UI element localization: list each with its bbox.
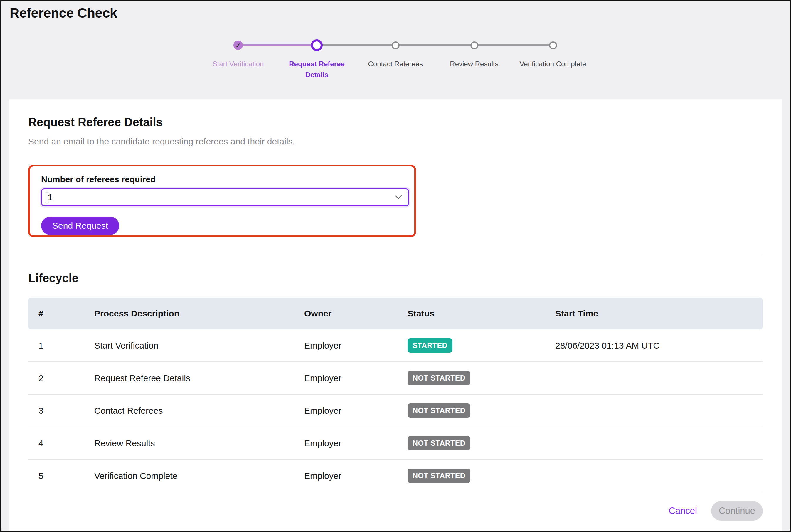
section-divider — [28, 254, 763, 255]
step-review-results[interactable]: Review Results — [435, 34, 513, 80]
step-label: Start Verification — [212, 58, 264, 69]
referees-required-label: Number of referees required — [41, 175, 414, 184]
cell-description: Request Referee Details — [94, 373, 304, 383]
cell-owner: Employer — [304, 341, 408, 350]
cell-owner: Employer — [304, 406, 408, 416]
cell-description: Review Results — [94, 438, 304, 448]
status-badge: STARTED — [408, 338, 452, 353]
cell-num: 2 — [38, 373, 94, 383]
step-label: Contact Referees — [368, 58, 423, 69]
progress-stepper: ✓ Start Verification Request Referee Det… — [199, 34, 592, 80]
cell-description: Start Verification — [94, 341, 304, 350]
referees-required-value: 1 — [48, 192, 395, 202]
step-contact-referees[interactable]: Contact Referees — [356, 34, 435, 80]
table-row: 3 Contact Referees Employer NOT STARTED — [28, 395, 763, 427]
table-row: 1 Start Verification Employer STARTED 28… — [28, 329, 763, 362]
status-badge: NOT STARTED — [408, 371, 470, 385]
col-header-status: Status — [408, 308, 555, 319]
cell-description: Verification Complete — [94, 471, 304, 481]
status-badge: NOT STARTED — [408, 469, 470, 483]
cell-description: Contact Referees — [94, 406, 304, 416]
footer-actions: Cancel Continue — [28, 492, 763, 532]
cell-num: 5 — [38, 471, 94, 481]
cell-owner: Employer — [304, 373, 408, 383]
step-circle-completed: ✓ — [233, 40, 243, 50]
step-circle-upcoming — [470, 41, 478, 49]
lifecycle-heading: Lifecycle — [28, 271, 763, 285]
step-start-verification[interactable]: ✓ Start Verification — [199, 34, 278, 80]
reference-check-screen: Reference Check ✓ Start Verification Req… — [0, 0, 791, 532]
col-header-description: Process Description — [94, 308, 304, 319]
cell-owner: Employer — [304, 438, 408, 448]
step-verification-complete[interactable]: Verification Complete — [513, 34, 592, 80]
cell-num: 4 — [38, 438, 94, 448]
chevron-down-icon — [395, 195, 402, 200]
cell-num: 3 — [38, 406, 94, 416]
lifecycle-table: # Process Description Owner Status Start… — [28, 298, 763, 492]
send-request-button[interactable]: Send Request — [41, 217, 119, 235]
cell-num: 1 — [38, 341, 94, 350]
page-title: Reference Check — [1, 1, 790, 21]
table-row: 2 Request Referee Details Employer NOT S… — [28, 362, 763, 395]
col-header-num: # — [38, 308, 94, 319]
step-circle-upcoming — [549, 41, 557, 49]
step-request-referee-details[interactable]: Request Referee Details — [278, 34, 356, 80]
step-label: Request Referee Details — [278, 58, 356, 80]
continue-button[interactable]: Continue — [711, 501, 763, 520]
referees-required-select[interactable]: 1 — [41, 189, 409, 206]
content-card: Request Referee Details Send an email to… — [9, 99, 782, 532]
col-header-start-time: Start Time — [555, 308, 763, 319]
check-icon: ✓ — [236, 42, 241, 49]
status-badge: NOT STARTED — [408, 436, 470, 450]
section-heading: Request Referee Details — [28, 116, 763, 129]
table-row: 4 Review Results Employer NOT STARTED — [28, 427, 763, 460]
topbar: Reference Check ✓ Start Verification Req… — [1, 1, 790, 99]
table-row: 5 Verification Complete Employer NOT STA… — [28, 460, 763, 492]
red-annotation-highlight: Number of referees required 1 Send Reque… — [28, 165, 416, 237]
step-circle-upcoming — [392, 41, 400, 49]
cell-owner: Employer — [304, 471, 408, 481]
text-cursor — [47, 192, 47, 202]
cell-start-time: 28/06/2023 01:13 AM UTC — [555, 341, 763, 350]
table-header-row: # Process Description Owner Status Start… — [28, 298, 763, 329]
section-description: Send an email to the candidate requestin… — [28, 136, 763, 147]
status-badge: NOT STARTED — [408, 403, 470, 418]
col-header-owner: Owner — [304, 308, 408, 319]
step-label: Verification Complete — [520, 58, 586, 69]
step-circle-active — [311, 39, 323, 51]
step-label: Review Results — [450, 58, 498, 69]
cancel-button[interactable]: Cancel — [669, 506, 697, 516]
